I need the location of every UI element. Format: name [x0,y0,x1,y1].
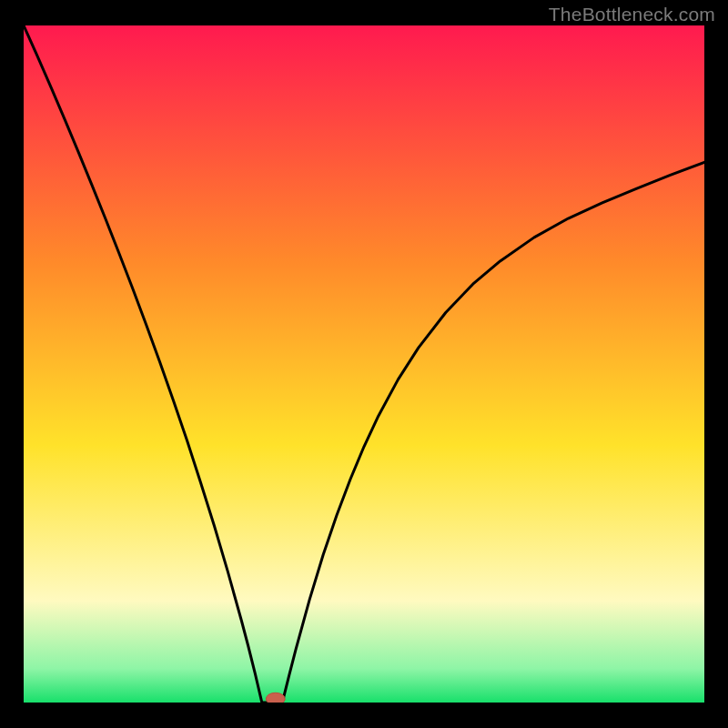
watermark-text: TheBottleneck.com [549,4,715,25]
plot-area [24,25,704,703]
plot-svg [24,25,704,703]
minimum-marker [266,693,285,703]
chart-frame: TheBottleneck.com [0,0,728,728]
gradient-background [24,25,704,703]
